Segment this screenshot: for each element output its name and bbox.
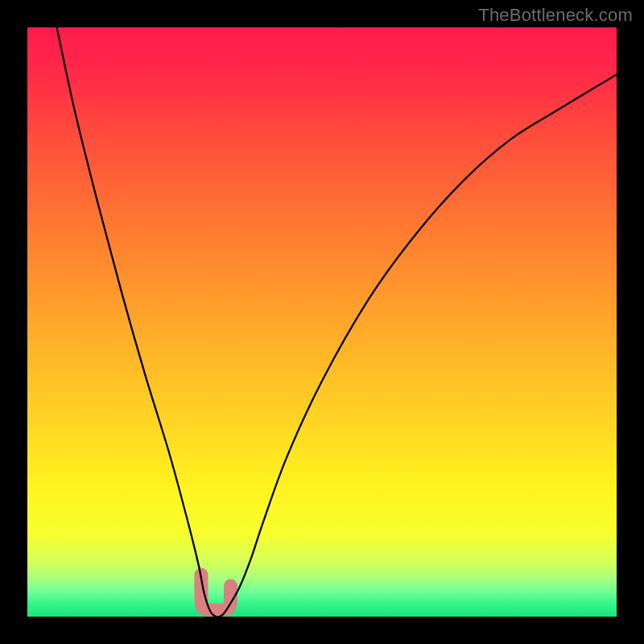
plot-area [27, 27, 617, 617]
chart-frame: TheBottleneck.com [0, 0, 644, 644]
gradient-background [27, 27, 617, 617]
watermark-text: TheBottleneck.com [478, 5, 633, 26]
plot-svg [27, 27, 617, 617]
